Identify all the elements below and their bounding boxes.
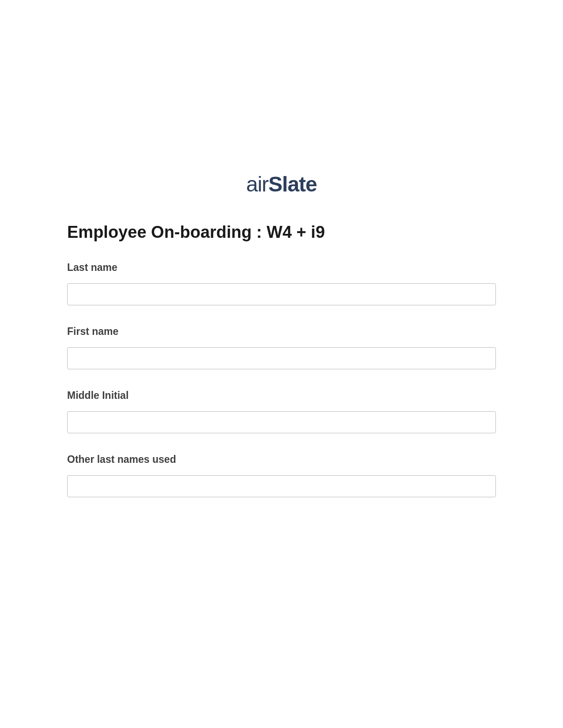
label-other-last-names: Other last names used (67, 454, 496, 465)
input-middle-initial[interactable] (67, 411, 496, 433)
page-container: airSlate Employee On-boarding : W4 + i9 … (0, 0, 563, 497)
logo: airSlate (0, 172, 563, 196)
input-last-name[interactable] (67, 283, 496, 305)
form-group-other-last-names: Other last names used (67, 454, 496, 497)
form-group-first-name: First name (67, 326, 496, 369)
label-first-name: First name (67, 326, 496, 338)
form-title: Employee On-boarding : W4 + i9 (67, 223, 496, 242)
label-middle-initial: Middle Initial (67, 390, 496, 402)
form-group-last-name: Last name (67, 262, 496, 305)
logo-suffix: Slate (268, 173, 317, 196)
form-content: Employee On-boarding : W4 + i9 Last name… (0, 223, 563, 497)
label-last-name: Last name (67, 262, 496, 274)
logo-prefix: air (246, 173, 268, 196)
logo-text: airSlate (246, 173, 317, 196)
form-group-middle-initial: Middle Initial (67, 390, 496, 433)
input-other-last-names[interactable] (67, 475, 496, 497)
input-first-name[interactable] (67, 347, 496, 369)
